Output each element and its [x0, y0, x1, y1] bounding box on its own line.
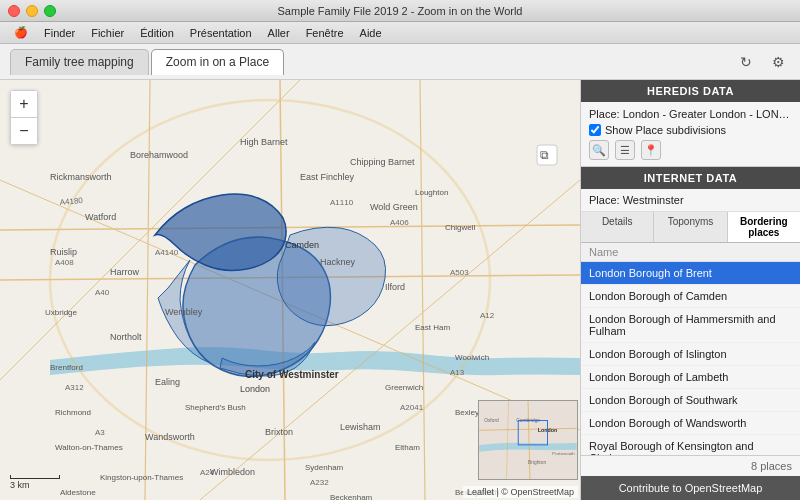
list-item[interactable]: London Borough of Wandsworth — [581, 412, 800, 435]
right-panel: HEREDIS DATA Place: London - Greater Lon… — [580, 80, 800, 500]
svg-text:Eltham: Eltham — [395, 443, 420, 452]
svg-text:A503: A503 — [450, 268, 469, 277]
heredis-header: HEREDIS DATA — [581, 80, 800, 102]
svg-text:Northolt: Northolt — [110, 332, 142, 342]
svg-text:Rickmansworth: Rickmansworth — [50, 172, 112, 182]
refresh-button[interactable]: ↻ — [734, 50, 758, 74]
tab-zoom-place[interactable]: Zoom in on a Place — [151, 49, 284, 75]
menu-bar: 🍎 Finder Fichier Édition Présentation Al… — [0, 22, 800, 44]
menu-aide[interactable]: Aide — [354, 25, 388, 41]
list-item[interactable]: London Borough of Hammersmith and Fulham — [581, 308, 800, 343]
show-subdivisions-label: Show Place subdivisions — [605, 124, 726, 136]
menu-fichier[interactable]: Fichier — [85, 25, 130, 41]
main-content: A4180 A408 A40 A4140 A1110 A406 A503 A12… — [0, 80, 800, 500]
contribute-button[interactable]: Contribute to OpenStreetMap — [581, 476, 800, 500]
svg-text:A13: A13 — [450, 368, 465, 377]
svg-text:Greenwich: Greenwich — [385, 383, 423, 392]
settings-button[interactable]: ⚙ — [766, 50, 790, 74]
menu-finder[interactable]: Finder — [38, 25, 81, 41]
svg-text:Camden: Camden — [285, 240, 319, 250]
maximize-button[interactable] — [44, 5, 56, 17]
bordering-places-list[interactable]: London Borough of Brent London Borough o… — [581, 262, 800, 455]
internet-header: INTERNET DATA — [581, 167, 800, 189]
svg-text:East Ham: East Ham — [415, 323, 450, 332]
svg-text:Bexley: Bexley — [455, 408, 479, 417]
list-item[interactable]: London Borough of Lambeth — [581, 366, 800, 389]
svg-text:Lewisham: Lewisham — [340, 422, 381, 432]
show-subdivisions-checkbox[interactable] — [589, 124, 601, 136]
svg-text:Sydenham: Sydenham — [305, 463, 344, 472]
svg-text:A2041: A2041 — [400, 403, 424, 412]
svg-text:Woolwich: Woolwich — [455, 353, 489, 362]
subtab-bordering[interactable]: Bordering places — [728, 212, 800, 242]
heredis-place-text: Place: London - Greater London - LONDON … — [589, 108, 792, 120]
tab-bar-actions: ↻ ⚙ — [734, 50, 790, 74]
svg-text:Harrow: Harrow — [110, 267, 140, 277]
svg-text:Chigwell: Chigwell — [445, 223, 475, 232]
scale-line — [10, 475, 60, 479]
map-canvas: A4180 A408 A40 A4140 A1110 A406 A503 A12… — [0, 80, 580, 500]
svg-text:Wandsworth: Wandsworth — [145, 432, 195, 442]
svg-text:Walton-on-Thames: Walton-on-Thames — [55, 443, 123, 452]
svg-text:East Finchley: East Finchley — [300, 172, 355, 182]
internet-place: Place: Westminster — [581, 189, 800, 212]
places-count: 8 places — [581, 455, 800, 476]
zoom-controls: + − — [10, 90, 38, 145]
svg-text:Chipping Barnet: Chipping Barnet — [350, 157, 415, 167]
svg-text:Brentford: Brentford — [50, 363, 83, 372]
mini-map[interactable]: Oxford Cambridge London Brighton Portsmo… — [478, 400, 578, 480]
window-title: Sample Family File 2019 2 - Zoom in on t… — [278, 5, 523, 17]
menu-presentation[interactable]: Présentation — [184, 25, 258, 41]
subtab-details[interactable]: Details — [581, 212, 654, 242]
list-icon-btn[interactable]: ☰ — [615, 140, 635, 160]
svg-text:⧉: ⧉ — [540, 148, 549, 162]
svg-text:A1110: A1110 — [330, 198, 354, 207]
tab-family-tree[interactable]: Family tree mapping — [10, 49, 149, 75]
subtab-toponyms[interactable]: Toponyms — [654, 212, 727, 242]
pin-icon-btn[interactable]: 📍 — [641, 140, 661, 160]
internet-section: INTERNET DATA Place: Westminster Details… — [581, 167, 800, 500]
svg-text:Wold Green: Wold Green — [370, 202, 418, 212]
minimize-button[interactable] — [26, 5, 38, 17]
menu-apple[interactable]: 🍎 — [8, 24, 34, 41]
traffic-lights — [8, 5, 56, 17]
list-item[interactable]: Royal Borough of Kensington and Chelsea — [581, 435, 800, 455]
map-attribution[interactable]: Leaflet | © OpenStreetMap — [463, 486, 578, 498]
list-item[interactable]: London Borough of Brent — [581, 262, 800, 285]
list-item[interactable]: London Borough of Islington — [581, 343, 800, 366]
svg-text:A40: A40 — [95, 288, 110, 297]
zoom-out-button[interactable]: − — [11, 118, 37, 144]
menu-edition[interactable]: Édition — [134, 25, 180, 41]
menu-fenetre[interactable]: Fenêtre — [300, 25, 350, 41]
svg-text:A312: A312 — [65, 383, 84, 392]
svg-text:A12: A12 — [480, 311, 495, 320]
svg-text:Watford: Watford — [85, 212, 116, 222]
list-item[interactable]: London Borough of Southwark — [581, 389, 800, 412]
svg-text:London: London — [240, 384, 270, 394]
list-column-header: Name — [581, 243, 800, 262]
svg-text:Borehamwood: Borehamwood — [130, 150, 188, 160]
svg-text:Richmond: Richmond — [55, 408, 91, 417]
svg-text:Kingston-upon-Thames: Kingston-upon-Thames — [100, 473, 183, 482]
svg-text:A232: A232 — [310, 478, 329, 487]
svg-text:Ealing: Ealing — [155, 377, 180, 387]
title-bar: Sample Family File 2019 2 - Zoom in on t… — [0, 0, 800, 22]
menu-aller[interactable]: Aller — [262, 25, 296, 41]
scale-bar: 3 km — [10, 475, 60, 490]
svg-text:City of Westminster: City of Westminster — [245, 369, 339, 380]
scale-label: 3 km — [10, 480, 30, 490]
svg-text:Loughton: Loughton — [415, 188, 448, 197]
svg-text:Brixton: Brixton — [265, 427, 293, 437]
search-icon-btn[interactable]: 🔍 — [589, 140, 609, 160]
list-item[interactable]: London Borough of Camden — [581, 285, 800, 308]
heredis-section: Place: London - Greater London - LONDON … — [581, 102, 800, 167]
svg-text:A3: A3 — [95, 428, 105, 437]
svg-text:Beckenham: Beckenham — [330, 493, 373, 500]
svg-text:Aldestone: Aldestone — [60, 488, 96, 497]
close-button[interactable] — [8, 5, 20, 17]
zoom-in-button[interactable]: + — [11, 91, 37, 117]
map-area[interactable]: A4180 A408 A40 A4140 A1110 A406 A503 A12… — [0, 80, 580, 500]
svg-text:A406: A406 — [390, 218, 409, 227]
svg-text:Ilford: Ilford — [385, 282, 405, 292]
heredis-icon-row: 🔍 ☰ 📍 — [589, 140, 792, 160]
